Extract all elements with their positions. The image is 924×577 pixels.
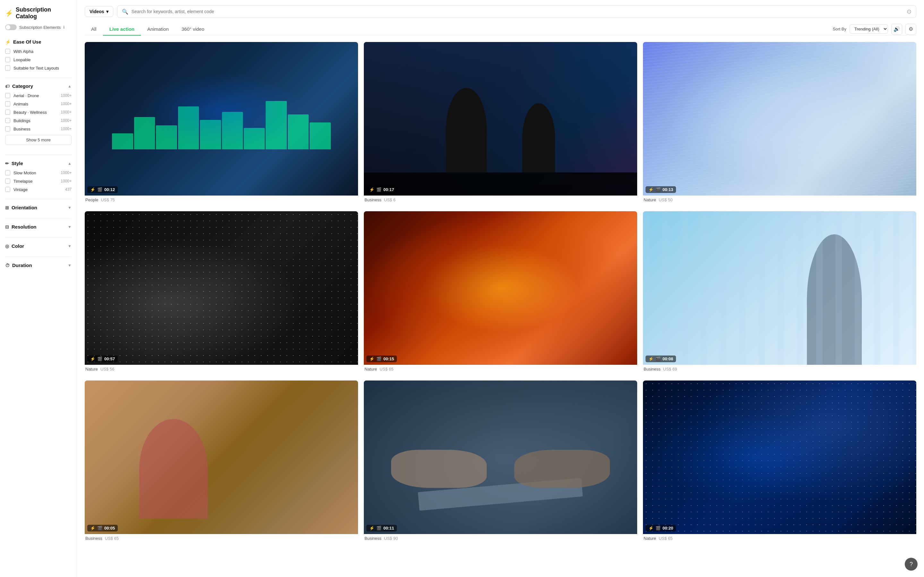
video-card-2[interactable]: ⚡ 🎬 00:17 Business US$ 6 — [364, 42, 637, 205]
color-chevron: ▼ — [68, 244, 71, 248]
bolt-icon-9: ⚡ — [648, 526, 654, 530]
video-card-5[interactable]: ⚡ 🎬 00:15 Nature US$ 65 — [364, 211, 637, 375]
video-info-6: Business US$ 69 — [643, 365, 916, 375]
settings-button[interactable]: ⚙ — [905, 24, 916, 35]
aerial-drone-checkbox[interactable] — [5, 93, 10, 98]
duration-header[interactable]: ⏱ Duration ▼ — [5, 260, 71, 271]
ease-of-use-label: Ease Of Use — [13, 39, 41, 45]
beauty-wellness-label: Beauty · Wellness — [13, 110, 47, 115]
bolt-icon-3: ⚡ — [648, 187, 654, 192]
with-alpha-label: With Alpha — [13, 49, 33, 54]
duration-2: 00:17 — [383, 187, 394, 192]
cam-icon-1: 🎬 — [97, 187, 102, 192]
dropdown-arrow-icon: ▾ — [106, 9, 108, 14]
buildings-count: 1000+ — [61, 118, 71, 123]
video-info-3: Nature US$ 50 — [643, 195, 916, 205]
duration-9: 00:20 — [662, 526, 673, 530]
timelapse-checkbox[interactable] — [5, 179, 10, 184]
tab-360-video[interactable]: 360° video — [175, 23, 211, 35]
show-more-button[interactable]: Show 5 more — [5, 135, 71, 145]
aerial-drone-label: Aerial · Drone — [13, 93, 39, 98]
filter-aerial-drone[interactable]: Aerial · Drone 1000+ — [5, 91, 71, 100]
video-card-4[interactable]: ⚡ 🎬 00:57 Nature US$ 56 — [85, 211, 358, 375]
filter-animals[interactable]: Animals 1000+ — [5, 100, 71, 108]
sort-select[interactable]: Trending (All) Newest Popular — [850, 24, 888, 34]
video-grid: ⚡ 🎬 00:12 People US$ 75 ⚡ 🎬 00:17 — [77, 35, 924, 551]
resolution-icon: ⊟ — [5, 224, 9, 229]
buildings-checkbox[interactable] — [5, 118, 10, 123]
tab-live-action[interactable]: Live action — [103, 23, 141, 35]
video-card-3[interactable]: ⚡ 🎬 00:13 Nature US$ 50 — [643, 42, 916, 205]
beauty-wellness-checkbox[interactable] — [5, 110, 10, 115]
category-header[interactable]: 🏷 Category ▲ — [5, 81, 71, 91]
animals-count: 1000+ — [61, 102, 71, 106]
video-cat-5: Nature — [365, 367, 377, 372]
filter-timelapse[interactable]: Timelapse 1000+ — [5, 177, 71, 185]
vintage-checkbox[interactable] — [5, 187, 10, 192]
resolution-chevron: ▼ — [68, 225, 71, 229]
orientation-chevron: ▼ — [68, 205, 71, 210]
video-info-8: Business US$ 90 — [364, 534, 637, 544]
video-card-9[interactable]: ⚡ 🎬 00:20 Nature US$ 65 — [643, 380, 916, 544]
filter-buildings[interactable]: Buildings 1000+ — [5, 116, 71, 125]
divider-4 — [5, 218, 71, 218]
camera-icon[interactable]: ⊙ — [907, 8, 911, 15]
loopable-checkbox[interactable] — [5, 57, 10, 62]
video-cat-3: Nature — [644, 197, 656, 202]
help-button[interactable]: ? — [905, 558, 918, 571]
search-input[interactable] — [132, 9, 903, 14]
filter-business[interactable]: Business 1000+ — [5, 125, 71, 133]
audio-toggle-button[interactable]: 🔊 — [891, 24, 902, 35]
video-price-5: US$ 65 — [380, 367, 393, 372]
video-price-2: US$ 6 — [384, 197, 396, 202]
filter-suitable-text[interactable]: Suitable for Text Layouts — [5, 64, 71, 72]
duration-7: 00:05 — [104, 526, 115, 530]
color-icon: ◎ — [5, 243, 9, 249]
video-cat-4: Nature — [86, 367, 98, 372]
sidebar-title: ⚡ Subscription Catalog — [5, 6, 71, 20]
color-header[interactable]: ◎ Color ▼ — [5, 241, 71, 251]
orientation-header[interactable]: ⊞ Orientation ▼ — [5, 202, 71, 213]
animals-checkbox[interactable] — [5, 101, 10, 106]
filter-slow-motion[interactable]: Slow Motion 1000+ — [5, 169, 71, 177]
suitable-text-checkbox[interactable] — [5, 65, 10, 71]
ease-of-use-header[interactable]: ⚡ Ease Of Use — [5, 37, 71, 47]
tabs-row: All Live action Animation 360° video Sor… — [85, 23, 916, 35]
ease-icon: ⚡ — [5, 39, 11, 45]
tab-animation[interactable]: Animation — [141, 23, 175, 35]
filter-with-alpha[interactable]: With Alpha — [5, 47, 71, 55]
slow-motion-count: 1000+ — [61, 171, 71, 175]
vintage-count: 437 — [65, 187, 71, 192]
video-price-7: US$ 65 — [105, 536, 119, 541]
divider-6 — [5, 256, 71, 257]
filter-loopable[interactable]: Loopable — [5, 55, 71, 64]
video-card-7[interactable]: ⚡ 🎬 00:05 Business US$ 65 — [85, 380, 358, 544]
style-header[interactable]: ✏ Style ▲ — [5, 158, 71, 169]
slow-motion-checkbox[interactable] — [5, 170, 10, 175]
color-label: Color — [11, 243, 24, 249]
videos-dropdown[interactable]: Videos ▾ — [85, 6, 113, 17]
filter-beauty-wellness[interactable]: Beauty · Wellness 1000+ — [5, 108, 71, 116]
filter-vintage[interactable]: Vintage 437 — [5, 185, 71, 193]
subscription-toggle-row: Subscription Elements ℹ — [5, 24, 71, 30]
video-card-1[interactable]: ⚡ 🎬 00:12 People US$ 75 — [85, 42, 358, 205]
bolt-icon-8: ⚡ — [369, 526, 375, 530]
search-box[interactable]: 🔍 ⊙ — [117, 5, 916, 18]
cam-icon-7: 🎬 — [97, 526, 102, 530]
subscription-toggle-switch[interactable] — [5, 24, 17, 30]
business-checkbox[interactable] — [5, 126, 10, 131]
with-alpha-checkbox[interactable] — [5, 49, 10, 54]
video-card-8[interactable]: ⚡ 🎬 00:11 Business US$ 90 — [364, 380, 637, 544]
video-card-6[interactable]: ⚡ 🎬 00:08 Business US$ 69 — [643, 211, 916, 375]
cam-icon-6: 🎬 — [656, 356, 661, 361]
info-icon[interactable]: ℹ — [63, 25, 65, 29]
video-info-5: Nature US$ 65 — [364, 365, 637, 375]
duration-section: ⏱ Duration ▼ — [5, 260, 71, 271]
resolution-header[interactable]: ⊟ Resolution ▼ — [5, 221, 71, 232]
cam-icon-9: 🎬 — [656, 526, 661, 530]
orientation-section: ⊞ Orientation ▼ — [5, 202, 71, 213]
business-label: Business — [13, 127, 31, 131]
orientation-label: Orientation — [11, 205, 37, 210]
video-overlay-4: ⚡ 🎬 00:57 — [87, 356, 118, 362]
tab-all[interactable]: All — [85, 23, 103, 35]
